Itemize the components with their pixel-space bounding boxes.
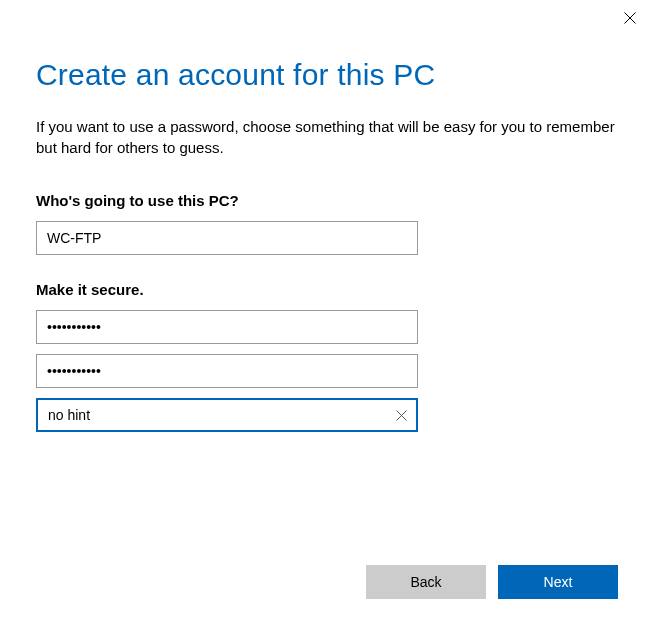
next-button[interactable]: Next [498,565,618,599]
confirm-password-input[interactable] [36,354,418,388]
password-hint-input[interactable] [36,398,418,432]
close-icon [624,12,636,24]
close-button[interactable] [620,8,640,28]
page-description: If you want to use a password, choose so… [36,116,616,158]
back-button[interactable]: Back [366,565,486,599]
username-input[interactable] [36,221,418,255]
clear-icon [396,410,407,421]
password-input[interactable] [36,310,418,344]
clear-hint-button[interactable] [384,398,418,432]
username-label: Who's going to use this PC? [36,192,618,209]
page-title: Create an account for this PC [36,58,618,92]
password-section-label: Make it secure. [36,281,618,298]
